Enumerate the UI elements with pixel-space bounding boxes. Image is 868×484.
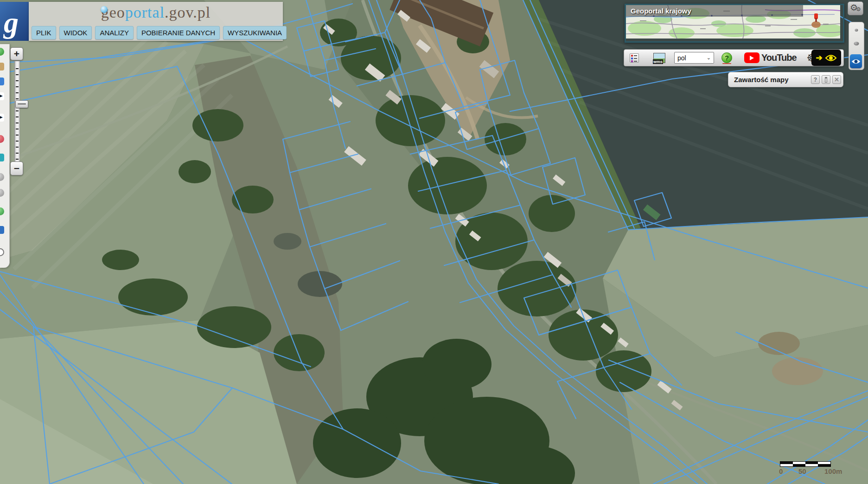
partial-tool-icon[interactable] [0,48,4,56]
contrast-arrow-icon: ➔ [816,54,822,62]
brand-suffix: .gov.pl [165,4,211,21]
menu-pobieranie-danych[interactable]: POBIERANIE DANYCH [137,26,220,39]
zoom-slider-handle[interactable] [15,100,28,108]
menu-wyszukiwania[interactable]: WYSZUKIWANIA [223,26,287,39]
legend-button[interactable] [630,53,639,63]
quick-toolbar: wms pol ⌄ ? YouTube ☸ ➔ [624,49,844,66]
panel-help-button[interactable]: ? [811,75,820,84]
zoom-slider-ticks [16,63,19,161]
partial-tool-icon[interactable] [0,248,4,256]
contrast-mode-button[interactable]: ➔ [811,50,841,66]
left-toolbar-partial: ➤ ➤ [0,44,10,268]
menu-widok[interactable]: WIDOK [59,26,92,39]
language-select[interactable]: pol ⌄ [674,52,714,64]
youtube-play-icon [744,52,760,63]
map-content-panel-header[interactable]: Zawartość mapy ? ✕ [728,72,843,87]
partial-tool-icon[interactable] [0,226,4,234]
overview-map-title: Geoportal krajowy [626,5,803,17]
main-menu: PLIK WIDOK ANALIZY POBIERANIE DANYCH WYS… [29,26,283,41]
partial-tool-icon[interactable] [0,207,4,215]
geoportal-logo[interactable]: g [0,2,29,41]
brand-sphere-icon [101,6,108,13]
scale-label-end: 100m [824,467,842,475]
partial-tool-icon[interactable] [0,63,4,71]
cursor-tool-icon[interactable]: ➤ [0,114,4,122]
zoom-out-button[interactable]: − [10,161,23,175]
youtube-link[interactable]: YouTube [744,52,797,63]
maximize-icon [825,77,827,83]
close-icon: ✕ [834,76,839,83]
settings-button[interactable]: ⚙ ⚙ [848,1,863,15]
help-button[interactable]: ? [721,52,732,63]
contrast-eye-icon [825,54,837,62]
panel-maximize-button[interactable] [822,75,830,84]
scale-bar-checker [780,461,831,467]
map-content-title: Zawartość mapy [734,76,811,84]
wms-icon: wms [653,59,663,64]
gear-small-icon: ⚙ [856,6,861,13]
menu-analizy[interactable]: ANALIZY [95,26,134,39]
visibility-button[interactable] [850,54,862,68]
side-panel-toggle-column [849,22,864,70]
header: g geoportal.gov.pl PLIK WIDOK ANALIZY PO… [0,2,283,41]
scale-bar: 0 50 100m [780,461,831,475]
partial-tool-icon[interactable] [0,77,4,85]
scale-label-start: 0 [779,467,783,475]
zoom-slider-track[interactable] [14,61,20,163]
partial-tool-icon[interactable] [0,135,4,143]
panel-dot-icon[interactable] [855,29,858,32]
wms-button[interactable]: wms [653,53,665,63]
youtube-label: YouTube [761,52,797,63]
brand-title: geoportal.gov.pl [29,4,283,21]
zoom-in-button[interactable]: + [10,47,23,60]
menu-plik[interactable]: PLIK [32,26,56,39]
eye-icon [851,58,861,65]
geoportal-app: g geoportal.gov.pl PLIK WIDOK ANALIZY PO… [0,0,868,484]
header-panel: geoportal.gov.pl PLIK WIDOK ANALIZY POBI… [29,2,283,41]
city-area [811,21,821,28]
language-value: pol [677,54,686,62]
brand-portal: portal [125,4,165,21]
scale-label-mid: 50 [798,467,806,475]
panel-close-button[interactable]: ✕ [832,75,841,84]
partial-tool-icon[interactable] [0,189,4,197]
panel-dot-icon[interactable] [854,42,859,45]
cursor-tool-icon[interactable]: ➤ [0,92,4,100]
partial-tool-icon[interactable] [0,173,4,181]
chevron-down-icon: ⌄ [707,55,711,61]
logo-g-glyph: g [4,11,19,34]
overview-map[interactable]: Geoportal krajowy [625,4,844,43]
partial-tool-icon[interactable] [0,154,4,161]
